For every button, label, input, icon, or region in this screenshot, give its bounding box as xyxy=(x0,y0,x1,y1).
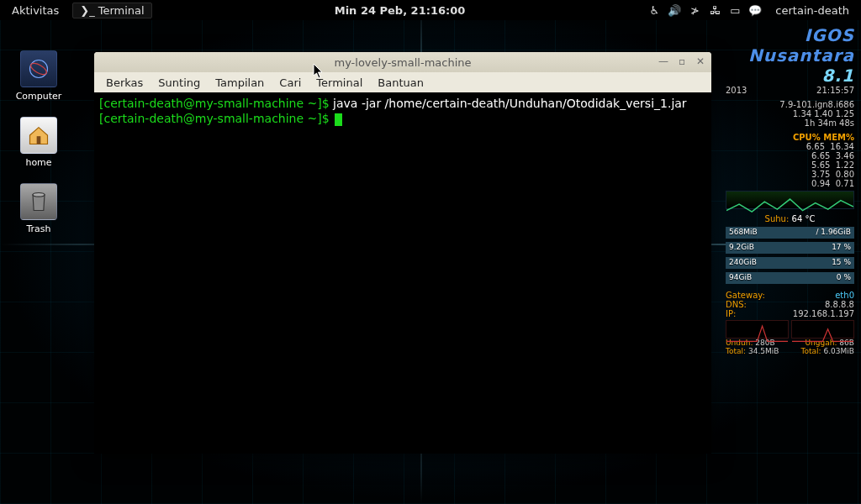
uptime-value: 1h 34m 48s xyxy=(805,118,854,128)
computer-icon xyxy=(20,50,57,87)
window-close-button[interactable]: ✕ xyxy=(695,55,706,67)
menu-berkas[interactable]: Berkas xyxy=(99,75,150,91)
desktop-icons: Computer home Trash xyxy=(12,50,66,234)
menu-cari[interactable]: Cari xyxy=(272,75,308,91)
accessibility-icon[interactable]: ♿ xyxy=(647,4,661,17)
activities-button[interactable]: Aktivitas xyxy=(5,3,66,18)
ip-label: IP: xyxy=(726,309,736,318)
network-icon[interactable]: 🖧 xyxy=(708,4,721,17)
dns-label: DNS: xyxy=(726,300,747,309)
process-row: 3.75 0.80 xyxy=(726,170,854,179)
ip-value: 192.168.1.197 xyxy=(793,309,854,318)
download-graph xyxy=(726,320,789,339)
cpu-graph xyxy=(726,191,854,209)
chat-icon[interactable]: 💬 xyxy=(748,4,762,17)
process-row: 5.65 1.22 xyxy=(726,160,854,170)
window-maximize-button[interactable]: ▫ xyxy=(676,55,688,67)
distro-heading: IGOS Nusantara 8.1 xyxy=(726,25,854,86)
gateway-label: Gateway: xyxy=(726,291,765,300)
gateway-value: eth0 xyxy=(835,291,854,300)
desktop-icon-label: Trash xyxy=(26,223,50,234)
terminal-body[interactable]: [certain-death@my-small-machine ~]$ java… xyxy=(94,92,711,454)
conky-year: 2013 xyxy=(726,86,747,95)
prompt: [certain-death@my-small-machine ~]$ xyxy=(99,97,333,110)
upload-graph xyxy=(791,320,854,339)
desktop-icon-label: Computer xyxy=(16,91,62,102)
menu-tampilan[interactable]: Tampilan xyxy=(209,75,271,91)
process-row: 6.65 16.34 xyxy=(726,142,854,151)
window-title: my-lovely-small-machine xyxy=(94,56,711,69)
usage-bar: 568MiB/ 1.96GiB xyxy=(726,227,854,239)
volume-icon[interactable]: 🔊 xyxy=(668,4,681,17)
taskbar-terminal-label: Terminal xyxy=(98,4,145,17)
menu-bantuan[interactable]: Bantuan xyxy=(371,75,430,91)
conky-time: 21:15:57 xyxy=(816,86,854,95)
usage-bar: 94GiB0 % xyxy=(726,272,854,284)
window-titlebar[interactable]: my-lovely-small-machine — ▫ ✕ xyxy=(94,52,711,72)
cpu-mem-header: CPU% MEM% xyxy=(726,133,854,142)
usage-bar: 240GiB15 % xyxy=(726,257,854,269)
desktop-icon-home[interactable]: home xyxy=(12,117,66,168)
window-minimize-button[interactable]: — xyxy=(658,55,669,67)
distro-name: IGOS Nusantara xyxy=(748,25,854,66)
terminal-cursor xyxy=(335,113,342,126)
svg-point-3 xyxy=(33,193,45,197)
prompt: [certain-death@my-small-machine ~]$ xyxy=(99,112,333,125)
terminal-icon: ❯_ xyxy=(80,4,94,17)
loadavg-value: 1.34 1.40 1.25 xyxy=(793,109,854,118)
command-text: java -jar /home/certain-death/Unduhan/Ot… xyxy=(333,97,687,110)
distro-version: 8.1 xyxy=(822,66,854,86)
bluetooth-icon[interactable]: ≯ xyxy=(688,4,701,17)
svg-rect-2 xyxy=(37,136,41,144)
process-row: 0.94 0.71 xyxy=(726,179,854,188)
top-panel: Aktivitas ❯_ Terminal Min 24 Peb, 21:16:… xyxy=(0,0,861,20)
kernel-value: 7.9-101.ign8.i686 xyxy=(779,100,854,109)
battery-icon[interactable]: ▭ xyxy=(728,4,742,17)
desktop-icon-label: home xyxy=(25,157,51,168)
menubar: Berkas Sunting Tampilan Cari Terminal Ba… xyxy=(94,72,711,92)
menu-sunting[interactable]: Sunting xyxy=(151,75,207,91)
menu-terminal[interactable]: Terminal xyxy=(309,75,369,91)
dns-value: 8.8.8.8 xyxy=(825,300,854,309)
desktop-icon-trash[interactable]: Trash xyxy=(12,183,66,234)
terminal-window: my-lovely-small-machine — ▫ ✕ Berkas Sun… xyxy=(94,52,711,454)
trash-icon xyxy=(20,183,57,220)
process-row: 6.65 3.46 xyxy=(726,151,854,160)
usage-bar: 9.2GiB17 % xyxy=(726,242,854,254)
system-monitor: IGOS Nusantara 8.1 2013 21:15:57 7.9-101… xyxy=(722,20,861,360)
panel-clock[interactable]: Min 24 Peb, 21:16:00 xyxy=(157,4,643,17)
home-icon xyxy=(20,117,57,154)
user-menu[interactable]: certain-death xyxy=(769,3,856,18)
taskbar-terminal[interactable]: ❯_ Terminal xyxy=(72,3,151,18)
desktop-icon-computer[interactable]: Computer xyxy=(12,50,66,102)
